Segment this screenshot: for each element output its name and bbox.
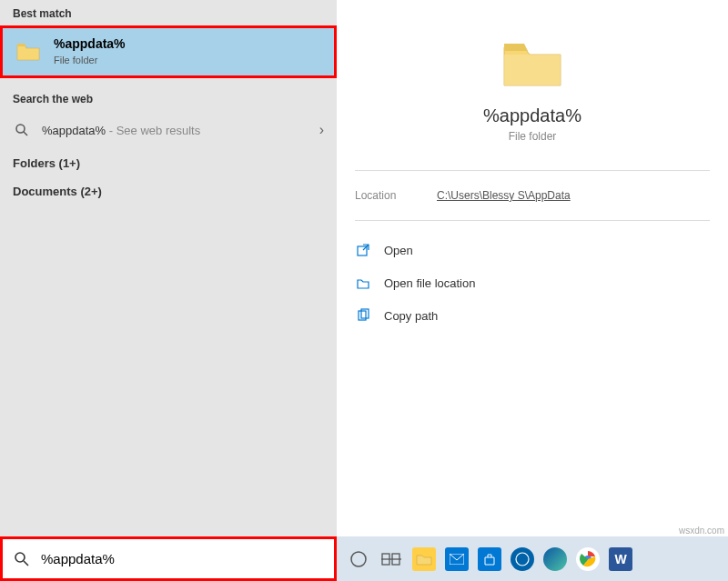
search-results-panel: Best match %appdata% File folder Search …: [0, 0, 337, 536]
watermark: wsxdn.com: [679, 526, 724, 536]
chevron-right-icon: ›: [319, 122, 324, 138]
taskbar: W: [337, 536, 728, 581]
copy-path-action[interactable]: Copy path: [355, 299, 710, 332]
edge-icon[interactable]: [539, 541, 571, 577]
svg-point-5: [15, 553, 25, 562]
svg-point-0: [16, 125, 25, 133]
folders-group[interactable]: Folders (1+): [0, 149, 337, 177]
chrome-icon[interactable]: [571, 541, 604, 577]
search-icon: [14, 551, 30, 567]
cortana-icon[interactable]: [342, 541, 375, 577]
best-match-text: %appdata% File folder: [54, 36, 126, 66]
location-value[interactable]: C:\Users\Blessy S\AppData: [437, 189, 571, 202]
best-match-title: %appdata%: [54, 36, 126, 52]
svg-point-12: [516, 553, 529, 566]
search-input[interactable]: [41, 551, 296, 566]
file-explorer-icon[interactable]: [408, 541, 440, 577]
search-icon: [13, 121, 31, 139]
best-match-header: Best match: [0, 0, 337, 25]
open-location-icon: [355, 275, 371, 291]
mail-icon[interactable]: [440, 541, 473, 577]
location-label: Location: [355, 189, 437, 202]
folder-icon-large: [500, 36, 564, 91]
task-view-icon[interactable]: [375, 541, 408, 577]
web-result-item[interactable]: %appdata% - See web results ›: [0, 111, 337, 149]
open-action[interactable]: Open: [355, 234, 710, 266]
divider: [355, 220, 710, 221]
preview-panel: %appdata% File folder Location C:\Users\…: [337, 0, 728, 536]
dell-icon[interactable]: [506, 541, 539, 577]
best-match-result[interactable]: %appdata% File folder: [0, 25, 337, 78]
copy-icon: [355, 307, 371, 324]
copy-path-label: Copy path: [384, 309, 438, 323]
svg-point-7: [351, 552, 366, 566]
svg-line-6: [24, 561, 28, 566]
location-row: Location C:\Users\Blessy S\AppData: [355, 184, 710, 207]
folder-icon: [15, 41, 41, 63]
web-result-label: %appdata% - See web results: [42, 124, 200, 137]
open-icon: [355, 242, 371, 258]
preview-subtitle: File folder: [355, 130, 710, 143]
svg-line-1: [24, 132, 27, 135]
store-icon[interactable]: [473, 541, 506, 577]
open-location-action[interactable]: Open file location: [355, 266, 710, 299]
open-label: Open: [384, 244, 413, 257]
preview-title: %appdata%: [355, 105, 710, 126]
word-icon[interactable]: W: [604, 541, 637, 577]
search-bar[interactable]: [0, 536, 337, 581]
best-match-subtitle: File folder: [54, 54, 126, 66]
search-web-header: Search the web: [0, 85, 337, 111]
documents-group[interactable]: Documents (2+): [0, 177, 337, 205]
open-location-label: Open file location: [384, 276, 475, 290]
divider: [355, 170, 710, 171]
